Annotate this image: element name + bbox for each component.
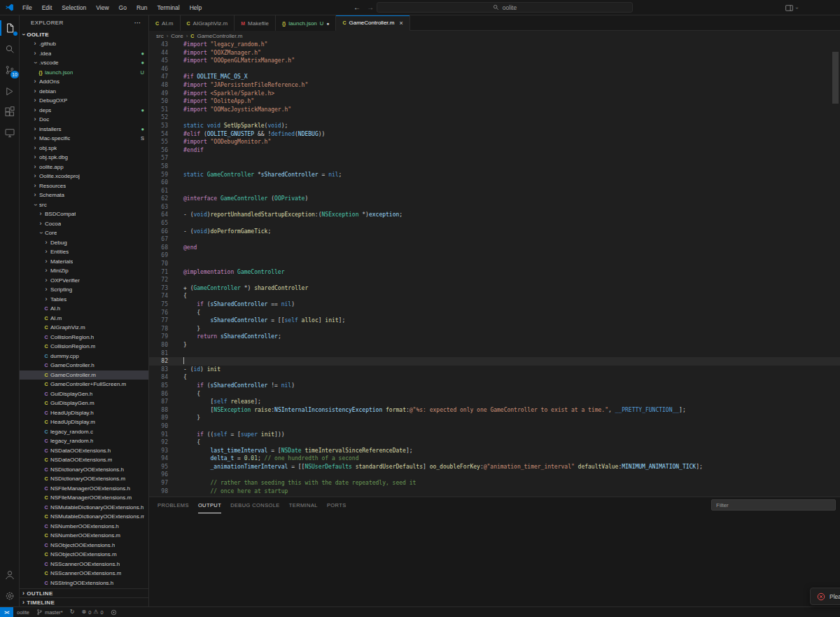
code-line-59[interactable]: 59static GameController *sSharedControll… (149, 171, 840, 179)
code-line-82[interactable]: 82 (149, 357, 840, 366)
code-line-74[interactable]: 74{ (149, 292, 840, 300)
code-line-93[interactable]: 93 last_timeInterval = [NSDate timeInter… (149, 447, 840, 455)
tab-GameController.m[interactable]: CGameController.m× (336, 15, 410, 31)
status-sync[interactable]: ↻ (66, 607, 78, 617)
menu-run[interactable]: Run (132, 0, 153, 15)
tree-item-NSStringOOExtensions.h[interactable]: CNSStringOOExtensions.h (20, 578, 148, 588)
tree-item-GameController.m[interactable]: CGameController.m (20, 370, 148, 380)
tree-item-GameController.h[interactable]: CGameController.h (20, 361, 148, 370)
code-line-56[interactable]: 56#endif (149, 146, 840, 155)
menu-selection[interactable]: Selection (57, 0, 91, 15)
tree-item-NSMutableDictionaryOOExtensions.m[interactable]: CNSMutableDictionaryOOExtensions.m (20, 512, 148, 522)
code-line-88[interactable]: 88 [NSException raise:NSInternalInconsis… (149, 406, 840, 415)
code-line-45[interactable]: 45#import "OOOpenGLMatrixManager.h" (149, 57, 840, 65)
outline-section[interactable]: › OUTLINE (20, 588, 148, 597)
menu-help[interactable]: Help (185, 0, 206, 15)
close-icon[interactable]: × (399, 20, 402, 27)
tree-item-CollisionRegion.m[interactable]: CCollisionRegion.m (20, 342, 148, 352)
code-line-55[interactable]: 55#import "OODebugMonitor.h" (149, 138, 840, 146)
code-line-58[interactable]: 58 (149, 162, 840, 171)
tree-item-Entities[interactable]: ›Entities (20, 247, 148, 257)
breadcrumb-item[interactable]: src (156, 33, 164, 39)
tree-item-.github[interactable]: ›.github (20, 39, 148, 49)
tree-item-Doc[interactable]: ›Doc (20, 115, 148, 125)
status-misc[interactable] (107, 607, 120, 617)
settings-gear-icon[interactable] (0, 585, 20, 606)
panel-tab-ports[interactable]: PORTS (327, 497, 346, 513)
search-activity-icon[interactable] (0, 39, 20, 60)
code-line-89[interactable]: 89 } (149, 414, 840, 422)
code-line-78[interactable]: 78 } (149, 325, 840, 333)
code-line-49[interactable]: 49#import <Sparkle/Sparkle.h> (149, 90, 840, 98)
code-line-52[interactable]: 52 (149, 113, 840, 122)
tree-item-NSFileManagerOOExtensions.h[interactable]: CNSFileManagerOOExtensions.h (20, 484, 148, 494)
code-line-73[interactable]: 73+ (GameController *) sharedController (149, 284, 840, 293)
scrollbar-thumb[interactable] (832, 52, 839, 104)
code-line-67[interactable]: 67 (149, 235, 840, 244)
tree-item-DebugOXP[interactable]: ›DebugOXP (20, 96, 148, 106)
tab-AI.m[interactable]: CAI.m (149, 15, 181, 31)
code-line-91[interactable]: 91 if ((self = [super init])) (149, 431, 840, 439)
tree-item-.vscode[interactable]: ›.vscode● (20, 58, 148, 68)
tree-item-GuiDisplayGen.h[interactable]: CGuiDisplayGen.h (20, 389, 148, 399)
tree-item-NSMutableDictionaryOOExtensions.h[interactable]: CNSMutableDictionaryOOExtensions.h (20, 503, 148, 513)
code-line-90[interactable]: 90 (149, 422, 840, 431)
menu-go[interactable]: Go (114, 0, 132, 15)
code-line-94[interactable]: 94 delta_t = 0.01; // one hundredth of a… (149, 455, 840, 463)
tree-item-Materials[interactable]: ›Materials (20, 257, 148, 267)
code-line-70[interactable]: 70 (149, 260, 840, 268)
code-line-84[interactable]: 84{ (149, 373, 840, 382)
timeline-section[interactable]: › TIMELINE (20, 597, 148, 606)
notification-toast[interactable]: Plea (810, 588, 840, 605)
code-line-81[interactable]: 81 (149, 349, 840, 358)
code-line-43[interactable]: 43#import "legacy_random.h" (149, 41, 840, 49)
breadcrumb-item[interactable]: Core (171, 33, 183, 39)
code-line-98[interactable]: 98 // once here at startup (149, 487, 840, 496)
code-line-54[interactable]: 54#elif (OOLITE_GNUSTEP && !defined(NDEB… (149, 130, 840, 139)
output-filter-input[interactable] (711, 499, 836, 511)
code-line-79[interactable]: 79 return sSharedController; (149, 333, 840, 341)
code-line-46[interactable]: 46 (149, 65, 840, 74)
workspace-root-row[interactable]: › OOLITE (20, 29, 148, 39)
panel-tab-output[interactable]: OUTPUT (198, 497, 221, 513)
code-line-51[interactable]: 51#import "OOMacJoystickManager.h" (149, 106, 840, 114)
tree-item-.idea[interactable]: ›.idea● (20, 49, 148, 59)
panel-tab-terminal[interactable]: TERMINAL (289, 497, 318, 513)
code-line-92[interactable]: 92 { (149, 438, 840, 447)
code-line-80[interactable]: 80} (149, 341, 840, 349)
tree-item-HeadUpDisplay.h[interactable]: CHeadUpDisplay.h (20, 408, 148, 418)
code-line-86[interactable]: 86 { (149, 390, 840, 398)
tree-item-Core[interactable]: ›Core (20, 228, 148, 238)
code-line-96[interactable]: 96 (149, 471, 840, 479)
tree-item-NSDataOOExtensions.m[interactable]: CNSDataOOExtensions.m (20, 455, 148, 465)
tree-item-Resources[interactable]: ›Resources (20, 181, 148, 191)
tree-item-Debug[interactable]: ›Debug (20, 238, 148, 248)
account-icon[interactable] (0, 564, 20, 585)
code-line-64[interactable]: 64- (void)reportUnhandledStartupExceptio… (149, 211, 840, 219)
extensions-activity-icon[interactable] (0, 102, 20, 123)
code-line-48[interactable]: 48#import "JAPersistentFileReference.h" (149, 81, 840, 90)
tree-item-Schemata[interactable]: ›Schemata (20, 190, 148, 200)
more-actions-icon[interactable]: ⋯ (134, 19, 141, 27)
tree-item-obj.spk[interactable]: ›obj.spk (20, 144, 148, 153)
code-editor[interactable]: 43#import "legacy_random.h"44#import "OO… (149, 41, 840, 497)
menu-view[interactable]: View (91, 0, 113, 15)
tree-item-AddOns[interactable]: ›AddOns (20, 77, 148, 87)
tab-AIGraphViz.m[interactable]: CAIGraphViz.m (181, 15, 235, 31)
layout-icon[interactable] (785, 4, 794, 13)
tree-item-Oolite.xcodeproj[interactable]: ›Oolite.xcodeproj (20, 172, 148, 181)
code-line-50[interactable]: 50#import "OoliteApp.h" (149, 97, 840, 106)
status-problems[interactable]: ⊗ 0 ⚠ 0 (78, 607, 106, 617)
code-line-75[interactable]: 75 if (sSharedController == nil) (149, 300, 840, 309)
breadcrumb-item[interactable]: GameController.m (197, 33, 242, 39)
tree-item-NSDictionaryOOExtensions.h[interactable]: CNSDictionaryOOExtensions.h (20, 465, 148, 475)
code-line-57[interactable]: 57 (149, 154, 840, 162)
remote-indicator[interactable]: >< (0, 607, 13, 617)
explorer-activity-icon[interactable] (0, 18, 20, 39)
tree-item-installers[interactable]: ›installers● (20, 125, 148, 134)
code-line-87[interactable]: 87 [self release]; (149, 398, 840, 406)
tree-item-Scripting[interactable]: ›Scripting (20, 285, 148, 295)
tree-item-NSObjectOOExtensions.h[interactable]: CNSObjectOOExtensions.h (20, 541, 148, 550)
tree-item-oolite.app[interactable]: ›oolite.app (20, 162, 148, 172)
tree-item-launch.json[interactable]: {}launch.jsonU (20, 68, 148, 78)
